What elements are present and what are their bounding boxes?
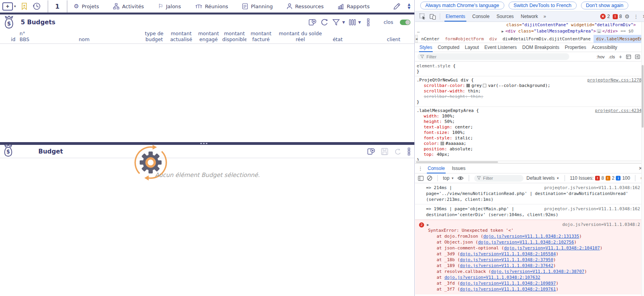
breadcrumb-back-icon[interactable]: ◀ <box>415 35 418 43</box>
new-item-button[interactable]: + <box>2 2 13 11</box>
issue-count-badge[interactable]: ! 8 <box>613 14 622 19</box>
css-property[interactable]: scrollbar-width: thin; <box>417 88 642 94</box>
css-source-link[interactable]: projeqtorNew.css:1278 <box>587 78 642 83</box>
switch-to-french-button[interactable]: Switch DevTools to French <box>509 2 577 9</box>
columns-icon[interactable] <box>349 19 356 26</box>
splitter-grip[interactable] <box>200 143 209 144</box>
breadcrumb-item[interactable]: div <box>487 35 500 43</box>
column-etat[interactable]: état <box>331 36 345 42</box>
dom-node-clipped[interactable]: class="dijitContentPane" widgetid="detai… <box>506 22 636 28</box>
settings-gear-icon[interactable]: ⚙ <box>624 13 630 20</box>
menu-item-planning[interactable]: Planning <box>242 3 273 9</box>
css-property[interactable]: position: absolute; <box>417 146 642 152</box>
filter-funnel-icon[interactable] <box>332 18 340 26</box>
log-levels-selector[interactable]: Default levels▼ <box>527 175 559 181</box>
breadcrumb-item[interactable]: form#objectForm <box>442 35 486 43</box>
column-montant-facture[interactable]: montant facturé <box>249 31 273 42</box>
console-log-message[interactable]: projeqtor.js?version=V11.1.1.0348:162=> … <box>415 183 644 204</box>
tab-properties[interactable]: Properties <box>562 43 589 52</box>
menu-item-projets[interactable]: ⚙ Projets <box>74 3 99 9</box>
css-property[interactable]: text-align: center; <box>417 125 642 130</box>
drawer-tab-issues[interactable]: Issues <box>448 164 469 173</box>
tab-styles[interactable]: Styles <box>417 43 435 52</box>
stack-link[interactable]: dojo.js?version=V11.1.1.0348:2:37950 <box>460 257 553 262</box>
new-item-caret[interactable]: ▾ <box>14 4 16 8</box>
add-budget-icon[interactable] <box>367 147 375 156</box>
css-property[interactable]: font-style: italic; <box>417 135 642 141</box>
save-icon[interactable] <box>381 148 389 155</box>
devtools-vertical-scrollbar[interactable] <box>641 22 644 296</box>
stack-link[interactable]: dojo.js?version=V11.1.1.0348:2:131335 <box>483 234 579 239</box>
devtools-menu-kebab-icon[interactable]: ⋮ <box>632 14 640 20</box>
column-nom[interactable]: nom <box>72 36 97 42</box>
stack-link[interactable]: dojo.js?version=V11.1.1.0348:2:109897 <box>460 281 556 286</box>
menu-item-rapports[interactable]: Rapports <box>338 4 369 9</box>
filter-caret[interactable]: ▼ <box>342 20 345 24</box>
toggle-element-state[interactable]: :hov <box>597 54 605 59</box>
css-property-invalid[interactable]: scrollbar-height: thin; <box>417 94 642 99</box>
undo-icon[interactable] <box>394 148 402 155</box>
refresh-icon[interactable] <box>320 18 329 27</box>
menu-item-ressources[interactable]: Ressources <box>287 3 324 9</box>
stack-link[interactable]: dojo.js?version=V11.1.1.0348:2:104107 <box>504 245 600 251</box>
issues-counter[interactable]: 110 Issues: !8 !2 i100 <box>570 175 630 181</box>
error-expander-icon[interactable]: ▶ <box>427 222 429 228</box>
new-style-rule-icon[interactable]: + <box>619 54 622 60</box>
breadcrumb-item[interactable]: div#detailFormDiv.dijitContentPane <box>500 35 593 43</box>
eye-watch-icon[interactable] <box>457 176 464 180</box>
source-location-link[interactable]: projeqtor.js?version=V11.1.1.0348:162 <box>544 185 640 191</box>
tab-network[interactable]: Network <box>517 11 541 22</box>
scroll-arrows[interactable]: ▲▼ <box>408 3 410 10</box>
css-property[interactable]: height: 50%; <box>417 119 642 125</box>
add-budget-icon[interactable] <box>308 18 317 27</box>
styles-filter-input[interactable]: Filter <box>417 53 569 60</box>
match-language-button[interactable]: Always match Chrome's language <box>420 2 504 9</box>
context-selector[interactable]: top▼ <box>443 175 454 181</box>
column-client[interactable]: client <box>384 36 403 42</box>
horizontal-splitter[interactable] <box>0 142 414 145</box>
console-error-message[interactable]: 2 ▶ dojo.js?version=V11.1.1.0348:2 Synta… <box>415 220 644 294</box>
color-swatch-grey[interactable] <box>466 84 470 87</box>
dont-show-again-button[interactable]: Don't show again <box>581 2 629 9</box>
stack-link[interactable]: dojo.js?version=V11.1.1.0348:2:37642 <box>460 263 553 268</box>
bookmark-star-icon[interactable] <box>21 2 28 10</box>
css-property[interactable]: font-size: 100%; <box>417 130 642 135</box>
color-swatch-var[interactable] <box>483 84 486 87</box>
scrollbar-thumb[interactable] <box>416 161 498 163</box>
devtools-close-icon[interactable]: ✕ <box>642 14 644 19</box>
detail-kebab-icon[interactable] <box>407 148 410 155</box>
css-property[interactable]: top: 40px; <box>417 152 642 157</box>
more-tabs-icon[interactable]: » <box>541 14 548 19</box>
tab-console[interactable]: Console <box>469 11 493 22</box>
clear-console-icon[interactable] <box>427 175 432 181</box>
rendering-emulation-icon[interactable] <box>626 54 631 59</box>
drawer-tab-console[interactable]: Console <box>424 164 448 173</box>
tab-dom-breakpoints[interactable]: DOM Breakpoints <box>520 43 562 52</box>
tab-sources[interactable]: Sources <box>493 11 517 22</box>
notification-counter[interactable]: 1 <box>52 3 63 10</box>
arrow-down-icon[interactable]: ▼ <box>408 6 410 10</box>
show-computed-sidebar-icon[interactable] <box>635 54 640 59</box>
column-montant-engage[interactable]: montant engagé <box>196 31 221 42</box>
dom-node-options-dots[interactable]: … <box>417 28 420 34</box>
inspect-element-icon[interactable] <box>419 13 426 20</box>
source-location-link[interactable]: projeqtor.js?version=V11.1.1.0348:162 <box>544 206 640 212</box>
css-property[interactable]: width: 100%; <box>417 114 642 119</box>
drawer-menu-kebab-icon[interactable]: ⋮ <box>417 166 424 171</box>
breadcrumb-item-selected[interactable]: div.labelMessageEmptyArea <box>594 35 644 43</box>
console-filter-input[interactable]: Filter <box>474 175 523 182</box>
toggle-classes[interactable]: .cls <box>608 54 615 59</box>
tab-layout[interactable]: Layout <box>462 43 482 52</box>
column-no-bbs[interactable]: n° BBS <box>20 31 33 42</box>
scrollbar-thumb[interactable] <box>642 65 644 128</box>
tab-event-listeners[interactable]: Event Listeners <box>482 43 520 52</box>
collapsed-content-dots[interactable]: … <box>597 29 601 33</box>
column-montant-solde-reel[interactable]: montant du solde réel <box>274 31 327 42</box>
column-montant-disponible[interactable]: montant disponible <box>222 31 246 42</box>
list-kebab-icon[interactable] <box>367 18 370 26</box>
stack-link[interactable]: dojo.js?version=V11.1.1.0348:2:107632 <box>444 275 540 280</box>
column-type-budget[interactable]: type de budget <box>143 31 165 42</box>
css-property[interactable]: color:#aaaaaa; <box>417 141 642 146</box>
menu-item-jalons[interactable]: ⚐ Jalons <box>158 3 181 9</box>
column-id[interactable]: id <box>11 36 20 42</box>
